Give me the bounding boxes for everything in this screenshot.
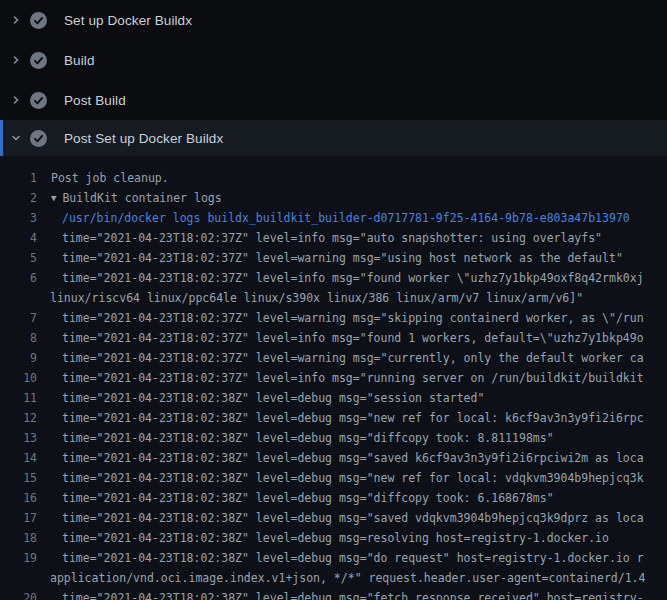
- check-circle-icon: [30, 12, 47, 29]
- log-line: 7 time="2021-04-23T18:02:37Z" level=warn…: [0, 308, 667, 328]
- log-line: 14 time="2021-04-23T18:02:38Z" level=deb…: [0, 448, 667, 468]
- step-row-build[interactable]: Build: [0, 40, 667, 80]
- log-line-number[interactable]: 14: [0, 448, 37, 468]
- log-line-continuation: linux/riscv64 linux/ppc64le linux/s390x …: [0, 288, 667, 308]
- log-line-text: time="2021-04-23T18:02:38Z" level=debug …: [62, 408, 644, 428]
- step-row-set-up-docker-buildx[interactable]: Set up Docker Buildx: [0, 0, 667, 40]
- workflow-job-log-panel: Set up Docker Buildx Build P: [0, 0, 667, 600]
- step-label: Build: [64, 53, 95, 68]
- log-line-text: time="2021-04-23T18:02:37Z" level=warnin…: [62, 248, 623, 268]
- log-line: 6 time="2021-04-23T18:02:37Z" level=info…: [0, 268, 667, 288]
- log-line: 17 time="2021-04-23T18:02:38Z" level=deb…: [0, 508, 667, 528]
- log-line-text: time="2021-04-23T18:02:38Z" level=debug …: [62, 548, 644, 568]
- log-line: 4 time="2021-04-23T18:02:37Z" level=info…: [0, 228, 667, 248]
- log-line: 18 time="2021-04-23T18:02:38Z" level=deb…: [0, 528, 667, 548]
- log-line-number[interactable]: 8: [0, 328, 37, 348]
- log-line-text: time="2021-04-23T18:02:37Z" level=warnin…: [62, 348, 644, 368]
- log-line: 8 time="2021-04-23T18:02:37Z" level=info…: [0, 328, 667, 348]
- log-line: 2 ▼ BuildKit container logs: [0, 188, 667, 208]
- log-line-number[interactable]: 17: [0, 508, 37, 528]
- log-line-text: time="2021-04-23T18:02:38Z" level=debug …: [62, 448, 644, 468]
- chevron-right-icon: [8, 92, 24, 108]
- log-line: 20 time="2021-04-23T18:02:38Z" level=deb…: [0, 588, 667, 600]
- log-line-number[interactable]: [0, 288, 37, 308]
- check-circle-icon: [30, 52, 47, 69]
- log-line-number[interactable]: 5: [0, 248, 37, 268]
- log-line-text: time="2021-04-23T18:02:38Z" level=debug …: [62, 468, 644, 488]
- step-label: Post Set up Docker Buildx: [64, 131, 223, 146]
- log-line-number[interactable]: 1: [0, 168, 37, 188]
- log-line-text: time="2021-04-23T18:02:38Z" level=debug …: [62, 528, 609, 548]
- step-row-post-build[interactable]: Post Build: [0, 80, 667, 120]
- log-line-text: time="2021-04-23T18:02:37Z" level=warnin…: [62, 308, 644, 328]
- log-line-number[interactable]: 9: [0, 348, 37, 368]
- check-circle-icon: [30, 130, 47, 147]
- log-line-text: time="2021-04-23T18:02:38Z" level=debug …: [62, 428, 554, 448]
- log-line-number[interactable]: 2: [0, 188, 37, 208]
- log-line-number[interactable]: [0, 568, 37, 588]
- log-line-number[interactable]: 4: [0, 228, 37, 248]
- log-line-number[interactable]: 13: [0, 428, 37, 448]
- log-line-text[interactable]: BuildKit container logs: [62, 188, 221, 208]
- log-line-text: time="2021-04-23T18:02:37Z" level=info m…: [62, 228, 602, 248]
- log-line-number[interactable]: 20: [0, 588, 37, 600]
- chevron-right-icon: [8, 52, 24, 68]
- log-line-number[interactable]: 18: [0, 528, 37, 548]
- log-line: 19 time="2021-04-23T18:02:38Z" level=deb…: [0, 548, 667, 568]
- check-circle-icon: [30, 92, 47, 109]
- log-line-number[interactable]: 7: [0, 308, 37, 328]
- log-line-text: time="2021-04-23T18:02:38Z" level=debug …: [62, 508, 644, 528]
- step-row-post-set-up-docker-buildx[interactable]: Post Set up Docker Buildx: [0, 120, 667, 156]
- log-line: 16 time="2021-04-23T18:02:38Z" level=deb…: [0, 488, 667, 508]
- log-line: 10 time="2021-04-23T18:02:37Z" level=inf…: [0, 368, 667, 388]
- log-line-text: linux/riscv64 linux/ppc64le linux/s390x …: [50, 288, 583, 308]
- log-line: 11 time="2021-04-23T18:02:38Z" level=deb…: [0, 388, 667, 408]
- log-line-text: time="2021-04-23T18:02:37Z" level=info m…: [62, 368, 644, 388]
- log-line-text: /usr/bin/docker logs buildx_buildkit_bui…: [62, 208, 630, 228]
- log-line-number[interactable]: 11: [0, 388, 37, 408]
- log-line-text: application/vnd.oci.image.index.v1+json,…: [50, 568, 645, 588]
- log-container: 1 Post job cleanup. 2 ▼ BuildKit contain…: [0, 156, 667, 600]
- log-line-number[interactable]: 3: [0, 208, 37, 228]
- log-line: 9 time="2021-04-23T18:02:37Z" level=warn…: [0, 348, 667, 368]
- log-line: 5 time="2021-04-23T18:02:37Z" level=warn…: [0, 248, 667, 268]
- log-line-number[interactable]: 19: [0, 548, 37, 568]
- log-line-text: time="2021-04-23T18:02:38Z" level=debug …: [62, 488, 554, 508]
- log-line-text: time="2021-04-23T18:02:37Z" level=info m…: [62, 328, 644, 348]
- log-line-text: time="2021-04-23T18:02:38Z" level=debug …: [62, 388, 484, 408]
- log-line-text: time="2021-04-23T18:02:38Z" level=debug …: [62, 588, 644, 600]
- chevron-right-icon: [8, 12, 24, 28]
- log-line: 12 time="2021-04-23T18:02:38Z" level=deb…: [0, 408, 667, 428]
- log-line-number[interactable]: 6: [0, 268, 37, 288]
- log-line: 1 Post job cleanup.: [0, 168, 667, 188]
- step-label: Set up Docker Buildx: [64, 13, 192, 28]
- log-line: 13 time="2021-04-23T18:02:38Z" level=deb…: [0, 428, 667, 448]
- log-line-number[interactable]: 15: [0, 468, 37, 488]
- log-line: 3 /usr/bin/docker logs buildx_buildkit_b…: [0, 208, 667, 228]
- log-group-toggle-icon[interactable]: ▼: [51, 188, 56, 208]
- log-line-number[interactable]: 12: [0, 408, 37, 428]
- log-line: 15 time="2021-04-23T18:02:38Z" level=deb…: [0, 468, 667, 488]
- log-line-text: Post job cleanup.: [51, 168, 169, 188]
- log-line-number[interactable]: 16: [0, 488, 37, 508]
- chevron-down-icon: [8, 130, 24, 146]
- log-line-text: time="2021-04-23T18:02:37Z" level=info m…: [62, 268, 644, 288]
- log-line-number[interactable]: 10: [0, 368, 37, 388]
- step-label: Post Build: [64, 93, 126, 108]
- log-line-continuation: application/vnd.oci.image.index.v1+json,…: [0, 568, 667, 588]
- steps-list: Set up Docker Buildx Build P: [0, 0, 667, 600]
